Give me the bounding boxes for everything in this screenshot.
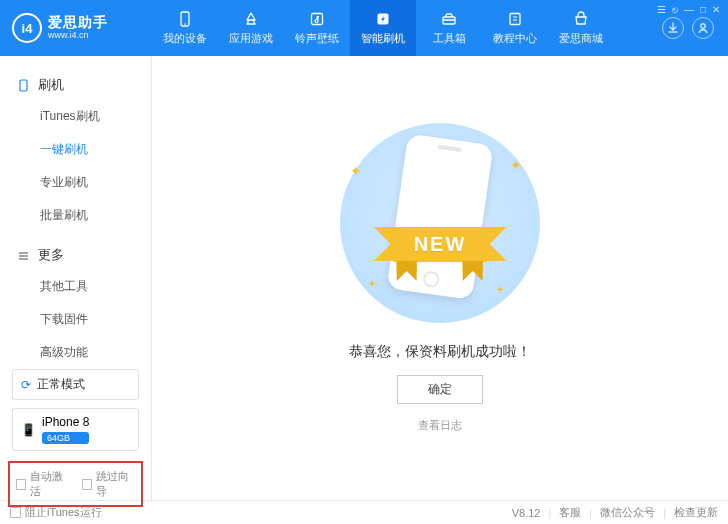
option-checkbox-0[interactable]: 自动激活 [16,469,70,499]
device-mode-status[interactable]: ⟳ 正常模式 [12,369,139,400]
app-icon [242,10,260,28]
nav-tab-label: 爱思商城 [559,31,603,46]
svg-rect-7 [20,80,27,91]
toolbox-icon [440,10,458,28]
option-label: 自动激活 [30,469,69,499]
music-icon [308,10,326,28]
phone-outline-icon [16,78,30,92]
sidebar-item-1-2[interactable]: 高级功能 [0,336,151,369]
sidebar-group-1[interactable]: 更多 [0,240,151,270]
user-icon[interactable] [692,17,714,39]
nav-tab-label: 我的设备 [163,31,207,46]
shop-icon [572,10,590,28]
download-icon[interactable] [662,17,684,39]
brand-url: www.i4.cn [48,31,108,41]
brand-title: 爱思助手 [48,15,108,30]
pin-icon[interactable]: ⎋ [672,4,678,15]
svg-rect-5 [510,14,520,25]
sidebar: 刷机iTunes刷机一键刷机专业刷机批量刷机更多其他工具下载固件高级功能 ⟳ 正… [0,56,152,500]
nav-tab-0[interactable]: 我的设备 [152,0,218,56]
brand-logo-icon: i4 [12,13,42,43]
block-itunes-checkbox[interactable]: 阻止iTunes运行 [10,505,102,520]
nav-tab-label: 工具箱 [433,31,466,46]
sparkle-icon: ✦ [368,278,376,289]
nav-tab-3[interactable]: 智能刷机 [350,0,416,56]
phone-icon [176,10,194,28]
device-icon: 📱 [21,423,36,437]
sidebar-item-1-0[interactable]: 其他工具 [0,270,151,303]
footer-link-update[interactable]: 检查更新 [674,505,718,520]
maximize-icon[interactable]: □ [700,4,706,15]
refresh-icon: ⟳ [21,378,31,392]
nav-tab-label: 智能刷机 [361,31,405,46]
footer-link-support[interactable]: 客服 [559,505,581,520]
brand: i4 爱思助手 www.i4.cn [0,13,152,43]
sidebar-group-title: 更多 [38,246,64,264]
top-nav: 我的设备应用游戏铃声壁纸智能刷机工具箱教程中心爱思商城 [152,0,614,56]
app-header: i4 爱思助手 www.i4.cn 我的设备应用游戏铃声壁纸智能刷机工具箱教程中… [0,0,728,56]
main-content: ✦ ✦ ✦ ✦ NEW 恭喜您，保资料刷机成功啦！ 确定 查看日志 [152,56,728,500]
nav-tab-label: 应用游戏 [229,31,273,46]
window-controls: ☰ ⎋ — □ ✕ [657,4,720,15]
device-capacity-badge: 64GB [42,432,89,444]
sparkle-icon: ✦ [510,157,522,173]
nav-tab-4[interactable]: 工具箱 [416,0,482,56]
sidebar-group-title: 刷机 [38,76,64,94]
sidebar-item-0-2[interactable]: 专业刷机 [0,166,151,199]
sidebar-item-0-1[interactable]: 一键刷机 [0,133,151,166]
nav-tab-5[interactable]: 教程中心 [482,0,548,56]
svg-point-6 [701,24,705,28]
success-illustration: ✦ ✦ ✦ ✦ NEW [340,123,540,323]
nav-tab-2[interactable]: 铃声壁纸 [284,0,350,56]
close-icon[interactable]: ✕ [712,4,720,15]
new-ribbon: NEW [394,227,487,262]
nav-tab-label: 铃声壁纸 [295,31,339,46]
options-highlighted-box: 自动激活跳过向导 [8,461,143,507]
device-mode-label: 正常模式 [37,376,85,393]
nav-tab-label: 教程中心 [493,31,537,46]
version-label: V8.12 [512,507,541,519]
device-name: iPhone 8 [42,415,89,429]
more-icon [16,248,30,262]
device-card[interactable]: 📱 iPhone 8 64GB [12,408,139,451]
sidebar-group-0[interactable]: 刷机 [0,70,151,100]
option-checkbox-1[interactable]: 跳过向导 [82,469,136,499]
sidebar-item-0-0[interactable]: iTunes刷机 [0,100,151,133]
sparkle-icon: ✦ [496,284,504,295]
sparkle-icon: ✦ [350,163,362,179]
minimize-icon[interactable]: — [684,4,694,15]
sidebar-item-1-1[interactable]: 下载固件 [0,303,151,336]
sidebar-item-0-3[interactable]: 批量刷机 [0,199,151,232]
success-message: 恭喜您，保资料刷机成功啦！ [349,343,531,361]
nav-tab-6[interactable]: 爱思商城 [548,0,614,56]
view-log-link[interactable]: 查看日志 [418,418,462,433]
menu-icon[interactable]: ☰ [657,4,666,15]
flash-icon [374,10,392,28]
book-icon [506,10,524,28]
svg-point-1 [184,23,186,25]
confirm-button[interactable]: 确定 [397,375,483,404]
footer-link-wechat[interactable]: 微信公众号 [600,505,655,520]
nav-tab-1[interactable]: 应用游戏 [218,0,284,56]
option-label: 跳过向导 [96,469,135,499]
